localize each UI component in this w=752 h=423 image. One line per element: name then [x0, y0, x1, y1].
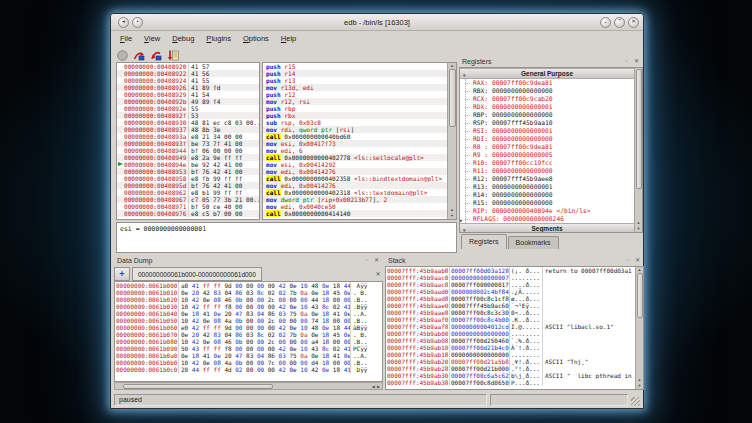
disasm-instruction[interactable]: call 0x0000000000402318 <ls::textdomain@…	[263, 189, 456, 196]
step-into-button[interactable]	[150, 48, 163, 61]
register-row[interactable]: R11: 0000000000000000	[460, 167, 634, 175]
register-row[interactable]: R12: 00007fff45b9aee8	[460, 175, 634, 183]
register-row[interactable]: R13: 0000000000000001	[460, 183, 634, 191]
disasm-row[interactable]: 00000000:00408976e8 c5 b7 00 00	[117, 210, 259, 217]
disasm-instruction[interactable]: mov edi, 0x00414276	[263, 182, 456, 189]
disasm-row[interactable]: 00000000:0040892641 89 fd	[117, 84, 259, 91]
menu-help[interactable]: Help	[275, 33, 302, 44]
disasm-instruction[interactable]: mov dword ptr [rip+0x00213b77], 2	[263, 196, 456, 203]
pause-button[interactable]	[116, 48, 129, 61]
menu-view[interactable]: View	[138, 33, 166, 44]
scroll-thumb[interactable]	[449, 69, 456, 127]
disasm-row[interactable]: 00000000:0040893fbe 73 7f 41 00	[117, 140, 259, 147]
stack-panel[interactable]: 00007fff:45b9aab800007ff00d03a128(¡. ð..…	[385, 266, 644, 390]
disasm-row[interactable]: 00000000:00408971bf 50 ce 40 00	[117, 203, 259, 210]
disasm-instruction[interactable]: call 0x000000000040bd60	[263, 133, 456, 140]
disasm-instruction[interactable]: push rbp	[263, 105, 456, 112]
stack-row[interactable]: 00007fff:45b9ab3800007ff00c8d0650P...ð..…	[386, 379, 643, 386]
stack-row[interactable]: 00007fff:45b9aaf000007ff00c8c4b00.K..ð..…	[386, 316, 643, 323]
tab-bookmarks[interactable]: Bookmarks	[508, 236, 559, 249]
menu-plugins[interactable]: Plugins	[200, 33, 237, 44]
window-menu-button[interactable]: ◂	[118, 17, 129, 28]
dump-row[interactable]: 00000000:0061b0700e 20 42 83 04 86 03 8c…	[115, 331, 382, 338]
disasm-row[interactable]: 00000000:0040892441 55	[117, 77, 259, 84]
close-icon[interactable]: ✕	[633, 58, 640, 65]
scroll-down-icon[interactable]: ▼	[637, 226, 641, 232]
dump-row[interactable]: 00000000:0061b08010 42 0e 08 46 0b 00 00…	[115, 338, 382, 345]
disasm-instruction[interactable]: call 0x0000000000414140	[263, 210, 456, 217]
stack-row[interactable]: 00007fff:45b9ab180000000000000000.......…	[386, 351, 643, 358]
disassembly-scrollbar[interactable]: ▲ ▲ ▼	[447, 63, 456, 219]
step-over-button[interactable]	[167, 48, 180, 61]
register-row[interactable]: RDI: 0000000000000000	[460, 135, 634, 143]
register-row[interactable]: RSI: 0000000000000001	[460, 127, 634, 135]
register-row[interactable]: R10: 00007ff00cc19fcc	[460, 159, 634, 167]
dump-row[interactable]: 00000000:0061b0b010 42 0e 08 4a 0b 00 00…	[115, 359, 382, 366]
stack-row[interactable]: 00007fff:45b9aac00000000000000007.......…	[386, 274, 643, 281]
maximize-button[interactable]: ⌃	[614, 17, 625, 28]
register-row[interactable]: RFLAGS: 0000000000000246▶	[460, 215, 634, 223]
stack-row[interactable]: 00007fff:45b9ab1000007ff00d21b4c0À´!.ð..…	[386, 344, 643, 351]
dump-row[interactable]: 00000000:0061b03010 42 ff ff f8 00 00 00…	[115, 303, 382, 310]
close-icon[interactable]: ✕	[373, 257, 380, 264]
register-row[interactable]: RDX: 0000000000000001	[460, 103, 634, 111]
register-row[interactable]: R15: 0000000000000000	[460, 199, 634, 207]
disasm-instruction[interactable]: push r12	[263, 91, 456, 98]
scroll-down-icon[interactable]: ▼	[638, 383, 642, 389]
float-icon[interactable]: ◦	[363, 257, 370, 264]
disasm-instruction[interactable]: push rbx	[263, 112, 456, 119]
resize-grip[interactable]	[631, 397, 640, 406]
tab-registers[interactable]: Registers	[461, 234, 507, 249]
disasm-instruction[interactable]: mov r13d, edi	[263, 84, 456, 91]
scroll-thumb[interactable]	[123, 384, 273, 389]
menu-options[interactable]: Options	[237, 33, 275, 44]
dump-row[interactable]: 00000000:0061b000a0 41 ff ff 9d 00 00 00…	[115, 282, 382, 289]
disasm-row[interactable]: 00000000:0040892e55	[117, 105, 259, 112]
disasm-row[interactable]: 00000000:00408944bf 06 00 00 00	[117, 147, 259, 154]
dump-row[interactable]: 00000000:0061b0a00e 18 41 0e 20 47 83 04…	[115, 352, 382, 359]
disasm-instruction[interactable]: mov edi, 0x0040ce50	[263, 203, 456, 210]
dump-horizontal-scrollbar[interactable]: ◀ ▶	[114, 382, 383, 390]
register-row[interactable]: R14: 0000000000000000	[460, 191, 634, 199]
disasm-row[interactable]: 00000000:00408953bf 76 42 41 00	[117, 168, 259, 175]
register-row[interactable]: RBP: 0000000000000000	[460, 111, 634, 119]
disasm-row[interactable]: 00000000:0040893748 8b 3e	[117, 126, 259, 133]
scroll-thumb[interactable]	[637, 273, 643, 318]
disasm-row[interactable]: 00000000:0040892941 54	[117, 91, 259, 98]
disasm-row[interactable]: 00000000:00408949e8 2a 9e ff ff	[117, 154, 259, 161]
register-row[interactable]: R8 : 00007ff00c9dea81	[460, 143, 634, 151]
disasm-row[interactable]: 00000000:0040893ae8 21 34 00 00	[117, 133, 259, 140]
close-icon[interactable]: ✕	[634, 257, 641, 264]
scroll-right-icon[interactable]: ▶	[377, 384, 380, 389]
scroll-left-icon[interactable]: ◀	[372, 384, 375, 389]
disassembly-instruction-pane[interactable]: push r15push r14push r13mov r13d, edipus…	[262, 62, 457, 220]
float-icon[interactable]: ◦	[623, 58, 630, 65]
dump-row[interactable]: 00000000:0061b02010 42 0e 08 46 0b 00 00…	[115, 296, 382, 303]
disasm-instruction[interactable]: mov edi, 0x00414276	[263, 168, 456, 175]
stack-row[interactable]: 00007fff:45b9ab3000007ff00c6a5c62b\j¸ð..…	[386, 372, 643, 379]
pin-button[interactable]: •	[132, 17, 143, 28]
stack-row[interactable]: 00007fff:45b9aaf800000000004012cdÍ.@....…	[386, 323, 643, 330]
float-icon[interactable]: ◦	[624, 257, 631, 264]
register-row[interactable]: RSP: 00007fff45b9aa10	[460, 119, 634, 127]
menu-debug[interactable]: Debug	[166, 33, 200, 44]
register-row[interactable]: R9 : 0000000000000005	[460, 151, 634, 159]
stack-row[interactable]: 00007fff:45b9aad00000000002c4bf84.¿Ä....…	[386, 288, 643, 295]
close-button[interactable]: ✕	[628, 17, 639, 28]
disasm-instruction[interactable]: mov r12, rsi	[263, 98, 456, 105]
stack-row[interactable]: 00007fff:45b9aae800007ff00c8c3c300<..ð..…	[386, 309, 643, 316]
disasm-instruction[interactable]: mov rdi, qword ptr [rsi]	[263, 126, 456, 133]
registers-dock-titlebar[interactable]: Registers ◦✕	[459, 55, 643, 67]
registers-panel[interactable]: ▼General Purpose RAX: 00007ff00c9dea81RB…	[459, 67, 643, 233]
disassembly-address-pane[interactable]: 00000000:0040892041 5700000000:004089224…	[116, 62, 260, 220]
stack-row[interactable]: 00007fff:45b9aad800007ff00c8c1cf8ø...ð..…	[386, 295, 643, 302]
dump-row[interactable]: 00000000:0061b05010 42 0e 08 4a 0b 00 00…	[115, 317, 382, 324]
disasm-instruction[interactable]: mov esi, 0x00414292	[263, 161, 456, 168]
stack-titlebar[interactable]: Stack ◦✕	[385, 254, 644, 266]
dump-row[interactable]: 00000000:0061b0400e 18 41 0e 20 47 83 04…	[115, 310, 382, 317]
disasm-row[interactable]: 00000000:0040892041 57	[117, 63, 259, 70]
registers-scrollbar[interactable]: ▲ ▼	[634, 68, 642, 232]
stack-row[interactable]: 00007fff:45b9aae000007fff45b9ac60`¬¹Eÿ..…	[386, 302, 643, 309]
stack-scrollbar[interactable]: ▲ ▲ ▼	[635, 267, 643, 389]
disasm-instruction[interactable]: call 0x0000000000402778 <ls::setlocale@p…	[263, 154, 456, 161]
